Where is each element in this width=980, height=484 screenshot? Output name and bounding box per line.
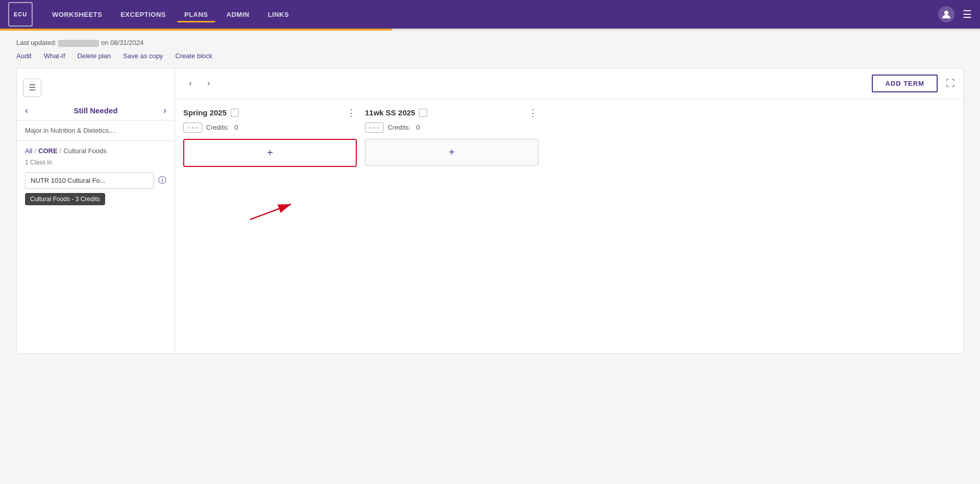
- term-11wk-title: 11wk SS 2025: [365, 108, 415, 117]
- nav-admin[interactable]: ADMIN: [219, 7, 257, 22]
- hamburger-nav-icon[interactable]: ☰: [963, 8, 972, 20]
- sidebar-next-arrow[interactable]: ›: [163, 105, 166, 116]
- breadcrumb-current: Cultural Foods: [63, 147, 107, 155]
- spring-credits-label: Credits:: [206, 124, 229, 131]
- breadcrumb-all[interactable]: All: [25, 147, 32, 155]
- next-term-button[interactable]: ›: [202, 76, 216, 90]
- sidebar-nav-title: Still Needed: [74, 106, 118, 115]
- term-spring-header: Spring 2025 ⋮: [183, 107, 357, 118]
- sidebar-major: Major in Nutrition & Dietetics,...: [17, 120, 175, 141]
- breadcrumb-sep-1: /: [34, 147, 36, 155]
- term-spring-badge: - - -: [183, 123, 202, 133]
- term-spring-title-area: Spring 2025: [183, 108, 239, 117]
- term-spring-credits-text: Credits: 0: [206, 124, 238, 131]
- term-spring-title: Spring 2025: [183, 108, 227, 117]
- class-item: NUTR 1010 Cultural Fo... ⓘ Cultural Food…: [25, 172, 166, 189]
- terms-grid: Spring 2025 ⋮ - - - Credits: 0: [175, 99, 963, 353]
- add-term-button[interactable]: ADD TERM: [872, 75, 938, 92]
- nav-worksheets[interactable]: WORKSHEETS: [45, 7, 109, 22]
- term-11wk-menu[interactable]: ⋮: [528, 107, 538, 118]
- add-course-spring-button[interactable]: +: [183, 139, 357, 167]
- right-toolbar: ‹ › ADD TERM ⛶: [175, 68, 963, 99]
- top-nav: ECU WORKSHEETS EXCEPTIONS PLANS ADMIN LI…: [0, 0, 980, 29]
- term-11wk-credits: - - - Credits: 0: [365, 123, 538, 133]
- redacted-name: [58, 40, 99, 47]
- breadcrumb-sep-2: /: [60, 147, 62, 155]
- logo[interactable]: ECU: [8, 2, 33, 27]
- term-11wk-credits-text: Credits: 0: [388, 124, 420, 131]
- nav-plans[interactable]: PLANS: [177, 7, 215, 22]
- term-11wk-checkbox[interactable]: [419, 109, 427, 117]
- spring-credits-value: 0: [234, 124, 238, 131]
- logo-box: ECU: [8, 2, 33, 27]
- class-count: 1 Class in: [17, 157, 175, 170]
- sidebar-menu-button[interactable]: ☰: [23, 79, 41, 97]
- nav-links-item[interactable]: LINKS: [261, 7, 297, 22]
- info-icon[interactable]: ⓘ: [158, 175, 166, 186]
- audit-link[interactable]: Audit: [16, 52, 32, 60]
- delete-plan-link[interactable]: Delete plan: [78, 52, 111, 60]
- 11wk-credits-value: 0: [416, 124, 420, 131]
- nav-exceptions[interactable]: EXCEPTIONS: [113, 7, 173, 22]
- sidebar-nav: ‹ Still Needed ›: [17, 101, 175, 120]
- term-11wk-badge: - - -: [365, 123, 384, 133]
- user-icon[interactable]: [938, 6, 954, 22]
- what-if-link[interactable]: What-If: [44, 52, 65, 60]
- main-panel: ☰ ‹ Still Needed › Major in Nutrition & …: [16, 68, 964, 354]
- term-spring-2025: Spring 2025 ⋮ - - - Credits: 0: [183, 107, 357, 345]
- sidebar-prev-arrow[interactable]: ‹: [25, 105, 28, 116]
- breadcrumb-core[interactable]: CORE: [38, 147, 58, 155]
- logo-text: ECU: [14, 11, 27, 17]
- save-as-copy-link[interactable]: Save as copy: [123, 52, 163, 60]
- add-course-11wk-button[interactable]: +: [365, 139, 538, 166]
- right-content: ‹ › ADD TERM ⛶ Spring 2025: [175, 68, 963, 353]
- last-updated-label: Last updated:: [16, 39, 57, 46]
- create-block-link[interactable]: Create block: [175, 52, 212, 60]
- action-links: Audit What-If Delete plan Save as copy C…: [16, 52, 964, 60]
- content-area: Last updated: on 08/31/2024 Audit What-I…: [0, 31, 980, 362]
- class-item-box[interactable]: NUTR 1010 Cultural Fo...: [25, 172, 154, 189]
- last-updated-date: on 08/31/2024: [101, 39, 143, 46]
- term-spring-checkbox[interactable]: [231, 109, 239, 117]
- term-11wkss-2025: 11wk SS 2025 ⋮ - - - Credits: 0: [365, 107, 538, 345]
- term-spring-credits: - - - Credits: 0: [183, 123, 357, 133]
- last-updated: Last updated: on 08/31/2024: [16, 39, 964, 47]
- left-sidebar: ☰ ‹ Still Needed › Major in Nutrition & …: [17, 68, 175, 353]
- term-spring-menu[interactable]: ⋮: [347, 107, 357, 118]
- 11wk-credits-label: Credits:: [388, 124, 411, 131]
- term-11wk-title-area: 11wk SS 2025: [365, 108, 427, 117]
- svg-point-0: [944, 11, 948, 15]
- nav-right: ☰: [938, 6, 972, 22]
- fullscreen-icon[interactable]: ⛶: [946, 78, 955, 89]
- sidebar-breadcrumb: All / CORE / Cultural Foods: [17, 141, 175, 157]
- nav-links: WORKSHEETS EXCEPTIONS PLANS ADMIN LINKS: [45, 7, 938, 22]
- term-11wk-header: 11wk SS 2025 ⋮: [365, 107, 538, 118]
- menu-icon: ☰: [29, 83, 36, 92]
- tooltip: Cultural Foods - 3 Credits: [25, 193, 105, 205]
- prev-term-button[interactable]: ‹: [183, 76, 198, 90]
